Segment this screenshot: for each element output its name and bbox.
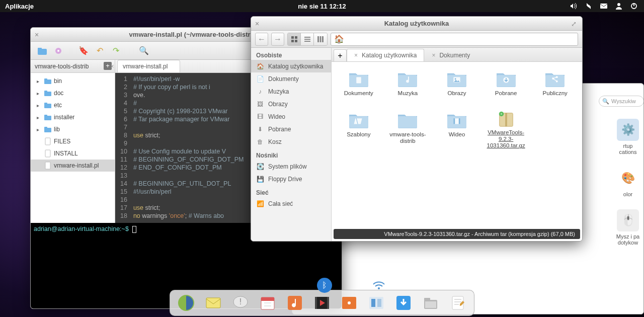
file-item-Muzyka[interactable]: Muzyka: [384, 67, 432, 106]
svg-rect-28: [317, 36, 319, 42]
file-manager-sidebar: Osobiste 🏠 Katalog użytkownika 📄 Dokumen…: [251, 48, 332, 241]
user-icon[interactable]: [615, 2, 623, 10]
dock-photos[interactable]: [338, 292, 360, 314]
dock-editor[interactable]: [447, 292, 469, 314]
sidebar-item-Katalog użytkownika[interactable]: 🏠 Katalog użytkownika: [251, 60, 331, 72]
fm-tab-Dokumenty[interactable]: × Dokumenty: [424, 49, 477, 61]
undo-button[interactable]: ↶: [93, 44, 106, 57]
sidebar-item-Pobrane[interactable]: ⬇ Pobrane: [251, 123, 331, 135]
panel-clock[interactable]: nie sie 11 12:12: [298, 3, 346, 10]
svg-rect-27: [304, 41, 310, 42]
nav-forward-button[interactable]: →: [271, 33, 284, 46]
sidebar-category-personal: Osobiste: [251, 48, 331, 60]
file-item-Obrazy[interactable]: Obrazy: [433, 67, 481, 106]
folder-icon: [44, 113, 52, 121]
settings-item-color[interactable]: 🎨olor: [612, 167, 643, 197]
file-item-Publiczny[interactable]: Publiczny: [531, 67, 579, 106]
fm-tab-Katalog użytkownika[interactable]: × Katalog użytkownika: [347, 49, 424, 61]
svg-point-53: [378, 287, 380, 289]
svg-text:!: !: [239, 297, 242, 306]
sidebar-item-Dokumenty[interactable]: 📄 Dokumenty: [251, 72, 331, 85]
tree-item-bin[interactable]: ▸ bin: [31, 75, 115, 87]
sidebar-item-Wideo[interactable]: 🎞 Wideo: [251, 110, 331, 123]
sidebar-item-Cała sieć[interactable]: 📶 Cała sieć: [251, 197, 331, 210]
search-button[interactable]: 🔍: [137, 44, 150, 57]
svg-rect-47: [453, 118, 455, 124]
maximize-icon[interactable]: ⤢: [571, 20, 578, 27]
svg-point-68: [348, 301, 351, 304]
dock-mail[interactable]: [202, 292, 224, 314]
volume-icon[interactable]: [570, 2, 578, 10]
tree-item-FILES[interactable]: FILES: [31, 135, 115, 147]
svg-rect-18: [45, 138, 50, 145]
file-item-VMwareTools-9.2.3-1031360.tar.gz[interactable]: + VMwareTools-9.2.3-1031360.tar.gz: [482, 108, 530, 147]
icon-view-button[interactable]: [288, 33, 301, 45]
dock-calendar[interactable]: [257, 292, 279, 314]
sidebar-item-Kosz[interactable]: 🗑 Kosz: [251, 135, 331, 148]
new-tab-button[interactable]: +: [334, 49, 347, 61]
close-icon[interactable]: ×: [35, 31, 42, 38]
file-item-Wideo[interactable]: Wideo: [433, 108, 481, 147]
column-view-button[interactable]: [314, 33, 327, 45]
project-tab[interactable]: vmware-tools-distrib +: [31, 60, 115, 73]
sidebar-item-Muzyka[interactable]: ♪ Muzyka: [251, 85, 331, 98]
close-icon[interactable]: ×: [255, 20, 262, 27]
tag-button[interactable]: 🔖: [77, 44, 90, 57]
file-item-Dokumenty[interactable]: Dokumenty: [335, 67, 383, 106]
open-folder-button[interactable]: [36, 44, 49, 57]
applications-menu[interactable]: Aplikacje: [0, 3, 39, 10]
view-switcher[interactable]: [287, 33, 328, 46]
dock-music[interactable]: [284, 292, 306, 314]
mail-icon[interactable]: [600, 2, 608, 10]
sidebar-category-media: Nośniki: [251, 148, 331, 160]
settings-item-startup[interactable]: ⚙️rtup cations: [612, 119, 643, 155]
sidebar-item-System plików[interactable]: 💽 System plików: [251, 160, 331, 173]
status-bar: VMwareTools-9.2.3-1031360.tar.gz - Archi…: [334, 229, 580, 239]
tree-item-vmware-install.pl[interactable]: vmware-install.pl: [31, 160, 115, 172]
folder-icon: [395, 68, 420, 89]
tree-item-etc[interactable]: ▸ etc: [31, 99, 115, 111]
list-view-button[interactable]: [301, 33, 314, 45]
close-tab-icon[interactable]: ×: [109, 63, 116, 70]
tree-item-doc[interactable]: ▸ doc: [31, 87, 115, 99]
path-bar[interactable]: 🏠: [331, 33, 578, 46]
svg-rect-22: [295, 36, 297, 39]
close-tab-icon[interactable]: ×: [432, 52, 435, 59]
file-manager-window: × Katalog użytkownika ⤢ ← → 🏠 Osobiste 🏠…: [251, 16, 583, 242]
dock-files[interactable]: [420, 292, 442, 314]
close-tab-icon[interactable]: ×: [354, 52, 358, 59]
sidebar-item-Floppy Drive[interactable]: 💾 Floppy Drive: [251, 173, 331, 185]
dock-chat[interactable]: !: [229, 292, 252, 314]
folder-icon: [347, 68, 371, 89]
file-item-Pobrane[interactable]: Pobrane: [482, 67, 530, 106]
settings-item-mouse[interactable]: 🖱️Mysz i pa dotykow: [612, 209, 643, 246]
dock-switcher[interactable]: [365, 292, 387, 314]
tree-item-lib[interactable]: ▸ lib: [31, 123, 115, 135]
file-item-vmware-tools-distrib[interactable]: vmware-tools-distrib: [384, 108, 432, 147]
file-grid[interactable]: Dokumenty Muzyka Obrazy Pobrane Publiczn…: [332, 62, 582, 229]
svg-rect-5: [38, 48, 42, 50]
tree-item-installer[interactable]: ▸ installer: [31, 111, 115, 123]
svg-text:+: +: [500, 112, 503, 116]
dock-video[interactable]: [311, 292, 333, 314]
network-icon[interactable]: [585, 2, 593, 10]
file-icon: [44, 137, 52, 145]
svg-rect-20: [45, 162, 50, 169]
redo-button[interactable]: ↷: [109, 44, 122, 57]
dock-download[interactable]: [392, 292, 415, 314]
doc-icon: 📄: [256, 75, 264, 83]
power-icon[interactable]: [630, 2, 638, 10]
nav-back-button[interactable]: ←: [255, 33, 268, 46]
dock-browser[interactable]: [175, 292, 197, 314]
sidebar-item-Obrazy[interactable]: 🖼 Obrazy: [251, 98, 331, 110]
settings-button[interactable]: [52, 44, 65, 57]
file-icon: [44, 162, 52, 170]
settings-search[interactable]: 🔍 Wyszukiw: [599, 96, 644, 107]
editor-file-tab[interactable]: × vmware-install.pl: [117, 60, 180, 72]
bluetooth-icon[interactable]: ᛒ: [317, 278, 332, 293]
wifi-icon[interactable]: [372, 280, 385, 293]
tree-item-INSTALL[interactable]: INSTALL: [31, 147, 115, 160]
file-item-Szablony[interactable]: Szablony: [335, 108, 383, 147]
svg-point-1: [617, 3, 620, 6]
home-icon[interactable]: 🏠: [334, 34, 344, 44]
